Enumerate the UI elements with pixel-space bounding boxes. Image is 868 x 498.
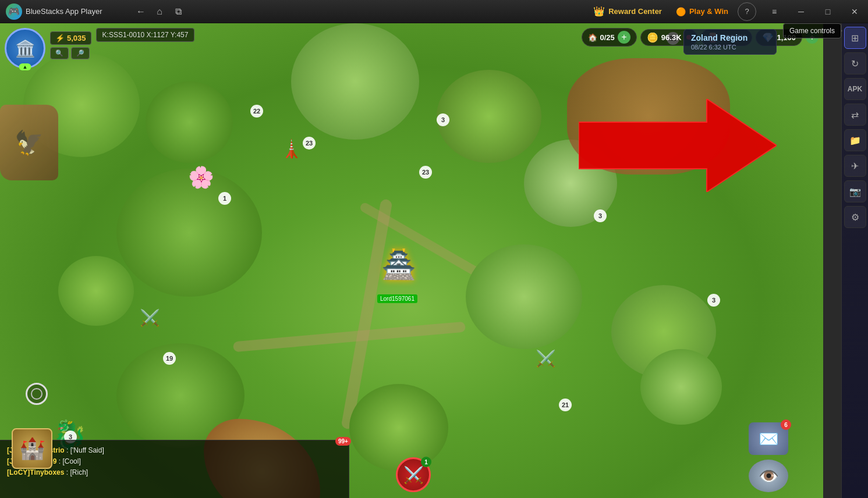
mail-badge: 6 — [781, 419, 791, 430]
airplane-icon: ✈ — [851, 161, 859, 172]
house-value: 0/25 — [600, 33, 615, 42]
sidebar-folder[interactable]: 📁 — [844, 129, 866, 151]
coords-text: K:SSS1-0010 X:1127 Y:457 — [102, 31, 189, 39]
maximize-button[interactable]: □ — [814, 0, 841, 23]
reward-icon: 👑 — [593, 6, 605, 17]
map-num-22: 22 — [250, 105, 263, 118]
minimize-button[interactable]: ─ — [788, 0, 814, 23]
creature-top-left: 🦅 — [0, 105, 58, 180]
rotate-icon: ↻ — [851, 58, 859, 69]
chat-line-3: [LoCY]Tinyboxes : [Rich] — [7, 467, 342, 478]
chat-name-3: [LoCY]Tinyboxes — [7, 468, 64, 476]
mail-icon: ✉️ — [759, 429, 779, 449]
chat-line-2: [J3DI]atego369 : [Cool] — [7, 456, 342, 467]
player-label: Lord1597061 — [377, 294, 417, 303]
battle-button[interactable]: ⚔️ 1 — [396, 457, 431, 492]
sidebar-settings[interactable]: ⚙ — [844, 206, 866, 228]
camera-icon: 📷 — [849, 186, 861, 197]
app-title: BlueStacks App Player — [26, 7, 102, 16]
locate-icon: 🔍 — [55, 49, 63, 57]
play-win-icon: 🟠 — [676, 7, 686, 16]
folder-icon: 📁 — [849, 135, 861, 146]
house-icon: 🏠 — [588, 33, 597, 42]
tree-cluster-12 — [349, 384, 448, 471]
eye-button[interactable]: 👁️ — [749, 460, 788, 492]
map-num-21: 21 — [559, 399, 572, 411]
nav-buttons: ← ⌂ ⧉ — [128, 3, 191, 20]
reward-center-button[interactable]: 👑 Reward Center — [586, 3, 669, 19]
power-display: ⚡ 5,035 — [50, 31, 91, 45]
share-icon: ⇄ — [851, 109, 859, 120]
flower-tower[interactable]: 🌸 — [186, 163, 215, 192]
sidebar-apk[interactable]: APK — [844, 78, 866, 100]
app-logo: 🎮 — [6, 3, 22, 20]
ring-icon — [26, 383, 48, 405]
game-area[interactable]: 🌸 🗼 🏯 🐉 ⚔️ ⚔️ 🦅 22 3 23 1 23 3 3 19 21 3… — [0, 23, 823, 498]
locate-button[interactable]: 🔍 — [50, 47, 69, 59]
map-num-23c: 23 — [303, 137, 316, 150]
region-date: 08/22 6:32 UTC — [691, 44, 769, 51]
chat-badge: 99+ — [335, 437, 351, 446]
castle-button[interactable]: 🏰 — [12, 428, 52, 469]
map-num-23a: 23 — [419, 166, 432, 179]
duplicate-button[interactable]: ⧉ — [170, 3, 186, 20]
chat-text-3: : [Rich] — [66, 468, 88, 476]
game-background: 🌸 🗼 🏯 🐉 ⚔️ ⚔️ 🦅 — [0, 23, 823, 498]
tree-cluster-3 — [291, 23, 419, 140]
zoom-button[interactable]: 🔎 — [71, 47, 90, 59]
eye-icon: 👁️ — [759, 467, 779, 486]
tree-cluster-4 — [437, 70, 541, 163]
troops-1: ⚔️ — [140, 308, 160, 328]
green-tower[interactable]: 🗼 — [279, 134, 303, 163]
gems-value: 1,100 — [777, 33, 796, 42]
map-num-3c: 3 — [707, 294, 720, 307]
battle-badge: 1 — [421, 457, 431, 467]
player-castle[interactable]: 🏯 — [378, 244, 419, 285]
back-button[interactable]: ← — [133, 3, 149, 20]
terrain-red — [567, 58, 730, 175]
logo-area: 🎮 BlueStacks App Player — [0, 3, 128, 20]
sidebar-camera[interactable]: 📷 — [844, 180, 866, 202]
map-num-19: 19 — [163, 352, 176, 365]
coordinates-display: K:SSS1-0010 X:1127 Y:457 — [96, 28, 195, 42]
castle-icon: 🏰 — [19, 436, 45, 461]
help-button[interactable]: ? — [738, 2, 756, 21]
reward-center-label: Reward Center — [608, 7, 662, 16]
tree-cluster-2 — [146, 81, 233, 163]
bottom-icons: ✉️ 6 👁️ — [749, 422, 788, 492]
house-count: 🏠 0/25 + — [582, 28, 637, 47]
troops-2: ⚔️ — [536, 349, 556, 368]
settings-icon: ⚙ — [851, 212, 859, 223]
play-win-label: Play & Win — [689, 7, 728, 16]
chat-box: [JEDX]LNIllustrio : ['Nuff Said] [J3DI]a… — [0, 440, 349, 498]
sidebar-airplane[interactable]: ✈ — [844, 155, 866, 177]
game-controls-icon: ⊞ — [851, 33, 859, 44]
sidebar-game-controls[interactable]: ⊞ — [844, 27, 866, 49]
home-button[interactable]: ⌂ — [151, 3, 168, 20]
map-num-1: 1 — [218, 192, 231, 205]
tree-cluster-7 — [58, 256, 134, 326]
mail-button[interactable]: ✉️ 6 — [749, 422, 788, 455]
right-sidebar: ⊞ ↻ APK ⇄ 📁 ✈ 📷 ⚙ — [841, 23, 868, 498]
chat-text-2: : [Cool] — [59, 457, 81, 465]
power-icon: ⚡ — [55, 34, 65, 42]
add-resources-button[interactable]: + — [806, 31, 819, 44]
sidebar-share[interactable]: ⇄ — [844, 104, 866, 126]
menu-button[interactable]: ≡ — [761, 0, 788, 23]
close-button[interactable]: ✕ — [841, 0, 868, 23]
add-house-button[interactable]: + — [618, 31, 630, 44]
power-value: 5,035 — [67, 34, 86, 42]
road-horizontal — [233, 322, 466, 353]
gold-value: 96.3K — [661, 33, 682, 42]
play-win-button[interactable]: 🟠 Play & Win — [669, 5, 735, 19]
map-num-3b: 3 — [594, 209, 607, 222]
zoom-icon: 🔎 — [76, 49, 84, 57]
battle-icon: ⚔️ — [403, 465, 424, 485]
sidebar-rotate[interactable]: ↻ — [844, 52, 866, 74]
tree-cluster-8 — [466, 244, 582, 349]
apk-icon: APK — [848, 85, 862, 93]
window-controls: ≡ ─ □ ✕ — [761, 0, 868, 23]
region-info: Zoland Region 08/22 6:32 UTC — [683, 29, 777, 55]
tree-cluster-11 — [640, 349, 722, 425]
map-num-3a: 3 — [437, 113, 449, 126]
